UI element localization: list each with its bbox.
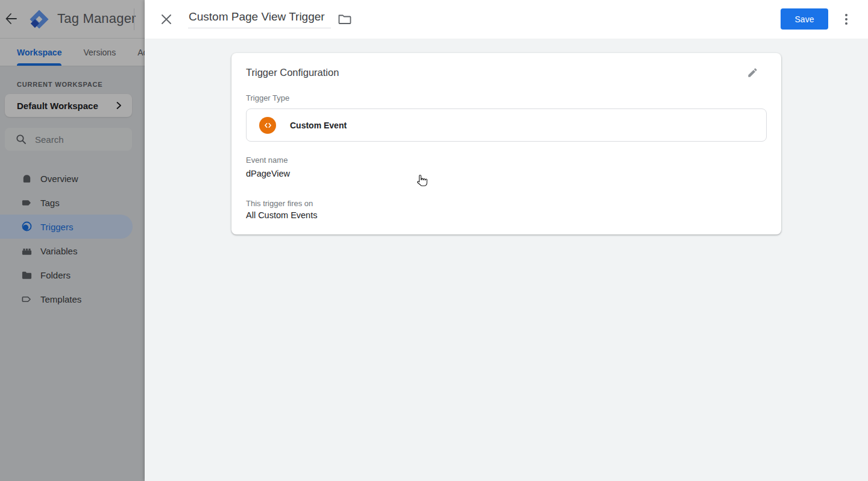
card-title: Trigger Configuration [246, 67, 339, 78]
trigger-type-label: Trigger Type [246, 93, 767, 102]
fires-on-value: All Custom Events [246, 210, 767, 220]
trigger-type-value: Custom Event [290, 121, 347, 130]
trigger-editor-panel: Save Trigger Configuration [145, 0, 868, 481]
card-header: Trigger Configuration [246, 67, 767, 81]
folder-outline-icon [338, 13, 351, 25]
edit-trigger-button[interactable] [746, 66, 760, 81]
folder-button[interactable] [338, 13, 351, 25]
kebab-menu-icon [840, 13, 852, 26]
event-name-value: dPageView [246, 169, 767, 178]
close-icon [161, 14, 172, 25]
trigger-name-input[interactable] [188, 10, 331, 28]
pencil-icon [747, 67, 758, 78]
editor-body: Trigger Configuration Trigger Type C [145, 39, 868, 481]
more-options-button[interactable] [840, 13, 853, 26]
screen: Tag Manager Workspace Versions Admin CUR… [0, 0, 868, 481]
trigger-type-row[interactable]: Custom Event [246, 108, 767, 142]
fires-on-label: This trigger fires on [246, 199, 767, 208]
event-name-label: Event name [246, 156, 767, 165]
trigger-configuration-card: Trigger Configuration Trigger Type C [231, 53, 781, 234]
editor-topbar: Save [145, 0, 868, 39]
save-button[interactable]: Save [781, 8, 828, 30]
close-button[interactable] [161, 14, 172, 25]
custom-event-icon [259, 117, 276, 134]
